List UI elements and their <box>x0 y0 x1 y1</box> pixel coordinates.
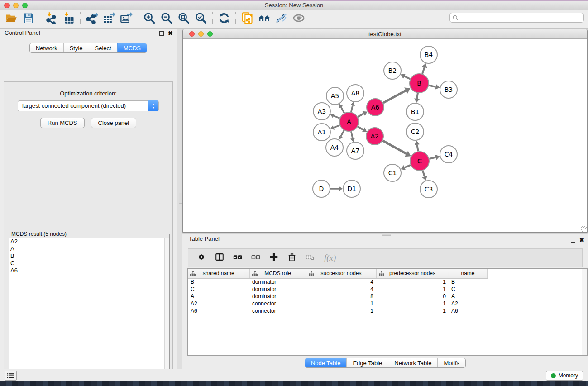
run-mcds-button[interactable]: Run MCDS <box>40 118 85 128</box>
table-float-panel-icon[interactable] <box>571 238 575 243</box>
import-network-button[interactable] <box>43 11 60 27</box>
table-cell[interactable]: connector <box>249 300 306 307</box>
network-minimize-button[interactable] <box>198 31 204 37</box>
table-cell[interactable]: C <box>188 286 249 293</box>
table-cell[interactable]: connector <box>249 307 306 315</box>
graph-node-C[interactable]: C <box>410 152 429 171</box>
show-graphics-button[interactable] <box>290 11 307 27</box>
network-zoom-button[interactable] <box>207 31 213 37</box>
task-history-button[interactable] <box>5 371 17 381</box>
table-scrollbar[interactable] <box>582 269 587 355</box>
table-row[interactable]: A6connector11A6 <box>188 307 487 315</box>
zoom-in-button[interactable] <box>141 11 158 27</box>
graph-node-C2[interactable]: C2 <box>406 123 424 140</box>
clone-network-button[interactable] <box>239 11 256 27</box>
table-cell[interactable]: 1 <box>376 278 449 286</box>
table-cell[interactable]: 1 <box>306 307 376 315</box>
table-settings-button[interactable] <box>196 252 207 264</box>
graph-node-B3[interactable]: B3 <box>440 81 457 98</box>
import-table-button[interactable] <box>60 11 77 27</box>
save-session-button[interactable] <box>20 11 37 27</box>
criterion-dropdown[interactable]: largest connected component (directed) ▲… <box>18 100 159 111</box>
network-window-titlebar[interactable]: testGlobe.txt <box>183 29 587 39</box>
graph-node-A6[interactable]: A6 <box>367 99 384 116</box>
close-panel-icon[interactable]: ✖ <box>168 31 173 36</box>
table-cell[interactable]: C <box>449 286 487 293</box>
tab-mcds[interactable]: MCDS <box>117 43 147 52</box>
column-header-predecessor-nodes[interactable]: predecessor nodes <box>376 269 449 278</box>
column-header-name[interactable]: name <box>449 269 487 278</box>
table-cell[interactable]: 1 <box>306 300 376 307</box>
network-close-button[interactable] <box>189 31 195 37</box>
table-cell[interactable]: A <box>188 293 249 300</box>
zoom-window-button[interactable] <box>22 3 28 8</box>
graph-node-A5[interactable]: A5 <box>326 87 344 105</box>
first-neighbors-button[interactable] <box>256 11 273 27</box>
graph-node-A3[interactable]: A3 <box>313 103 330 120</box>
tab-node-table[interactable]: Node Table <box>305 358 347 367</box>
window-resize-grip[interactable] <box>581 226 587 232</box>
export-table-button[interactable] <box>100 11 118 27</box>
table-row[interactable]: Bdominator41B <box>188 278 487 286</box>
column-header-MCDS-role[interactable]: MCDS role <box>249 269 306 278</box>
table-cell[interactable]: A2 <box>449 300 487 307</box>
graph-node-B[interactable]: B <box>410 74 429 93</box>
table-cell[interactable]: dominator <box>249 293 306 300</box>
result-item[interactable]: A <box>9 245 169 253</box>
export-network-button[interactable] <box>83 11 100 27</box>
table-row[interactable]: Adominator80A <box>188 293 487 300</box>
table-cell[interactable]: B <box>449 278 487 286</box>
result-item[interactable]: C <box>9 260 169 267</box>
table-cell[interactable]: 0 <box>376 293 449 300</box>
column-header-successor-nodes[interactable]: successor nodes <box>306 269 376 278</box>
function-builder-button[interactable]: f(x) <box>322 253 336 263</box>
minimize-window-button[interactable] <box>13 3 19 8</box>
table-cell[interactable]: A2 <box>188 300 249 307</box>
show-columns-button[interactable] <box>214 252 225 264</box>
hide-graphics-button[interactable] <box>273 11 290 27</box>
tab-style[interactable]: Style <box>63 43 89 52</box>
zoom-out-button[interactable] <box>158 11 175 27</box>
refresh-view-button[interactable] <box>215 11 233 27</box>
graph-node-D[interactable]: D <box>313 180 330 197</box>
table-cell[interactable]: A6 <box>449 307 487 315</box>
result-item[interactable]: B <box>9 253 169 260</box>
deselect-all-button[interactable] <box>250 252 262 264</box>
zoom-fit-button[interactable] <box>175 11 192 27</box>
graph-node-C4[interactable]: C4 <box>440 146 457 163</box>
tab-motifs[interactable]: Motifs <box>437 358 465 367</box>
toolbar-search[interactable] <box>449 13 584 23</box>
close-window-button[interactable] <box>4 3 10 8</box>
graph-node-A4[interactable]: A4 <box>326 139 343 156</box>
export-image-button[interactable] <box>118 11 135 27</box>
graph-node-A[interactable]: A <box>339 112 359 131</box>
table-cell[interactable]: dominator <box>249 286 306 293</box>
table-cell[interactable]: A <box>449 293 487 300</box>
network-canvas[interactable]: AA1A3A5A8A6A4A7A2BB2B4B3B1CC1C2C4C3DD1 <box>183 39 587 232</box>
table-cell[interactable]: 1 <box>376 307 449 315</box>
graph-node-A1[interactable]: A1 <box>313 124 330 141</box>
close-panel-button[interactable]: Close panel <box>91 118 137 128</box>
table-cell[interactable]: 1 <box>376 286 449 293</box>
result-item[interactable]: A6 <box>9 267 169 274</box>
delete-column-button[interactable] <box>286 252 298 264</box>
table-cell[interactable]: 8 <box>306 293 376 300</box>
search-input[interactable] <box>460 14 583 22</box>
table-row[interactable]: A2connector11A2 <box>188 300 487 307</box>
result-list-scrollbar[interactable] <box>164 238 169 386</box>
table-cell[interactable]: dominator <box>249 278 306 286</box>
tab-edge-table[interactable]: Edge Table <box>346 358 388 367</box>
zoom-selected-button[interactable] <box>192 11 210 27</box>
table-row[interactable]: Cdominator41C <box>188 286 487 293</box>
graph-node-A7[interactable]: A7 <box>347 142 364 159</box>
select-all-button[interactable] <box>232 252 244 264</box>
tab-network[interactable]: Network <box>30 43 63 52</box>
memory-button[interactable]: Memory <box>546 371 583 381</box>
create-column-button[interactable] <box>268 252 280 264</box>
delete-table-button[interactable] <box>304 252 316 264</box>
graph-node-D1[interactable]: D1 <box>343 180 360 197</box>
result-item[interactable]: A2 <box>9 238 169 245</box>
graph-node-A8[interactable]: A8 <box>347 85 364 102</box>
mcds-result-list[interactable]: A2ABCA6 <box>9 238 169 386</box>
table-cell[interactable]: 4 <box>306 278 376 286</box>
